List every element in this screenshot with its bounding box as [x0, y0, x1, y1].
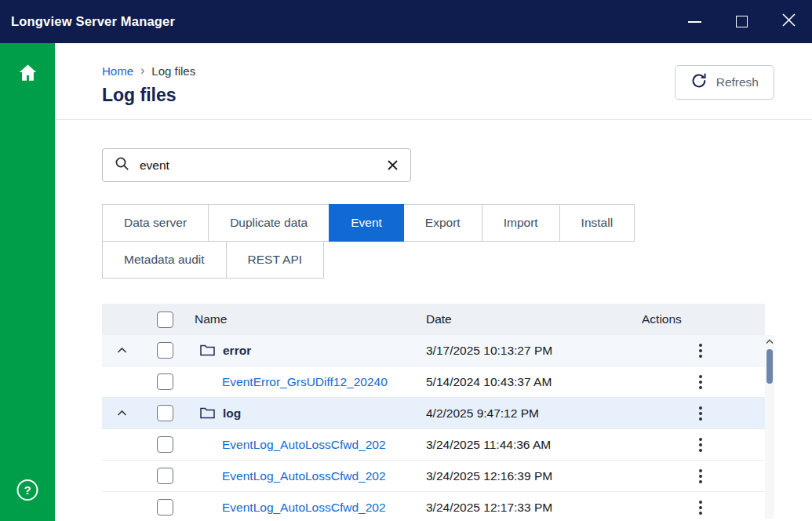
name-cell: EventLog_AutoLossCfwd_202	[188, 461, 420, 491]
table-row: EventLog_AutoLossCfwd_2023/24/2025 12:17…	[102, 492, 765, 521]
help-button[interactable]: ?	[17, 479, 38, 501]
search-input[interactable]	[140, 158, 377, 173]
tab-export[interactable]: Export	[403, 204, 482, 242]
chevron-up-icon[interactable]	[117, 410, 127, 417]
column-header-actions: Actions	[635, 304, 765, 335]
log-file-link[interactable]: EventLog_AutoLossCfwd_202	[188, 469, 386, 483]
folder-name: error	[223, 344, 251, 358]
date-cell: 3/17/2025 10:13:27 PM	[420, 335, 635, 366]
column-header-date: Date	[420, 304, 635, 335]
table-scrollbar[interactable]	[765, 335, 774, 519]
tab-import[interactable]: Import	[482, 204, 560, 242]
table-row: EventLog_AutoLossCfwd_2023/24/2025 12:16…	[102, 461, 765, 492]
tab-install[interactable]: Install	[559, 204, 635, 242]
expand-cell	[102, 492, 141, 521]
actions-cell	[635, 335, 765, 366]
breadcrumb-home-link[interactable]: Home	[102, 64, 133, 78]
log-type-tabs: Data serverDuplicate dataEventExportImpo…	[102, 204, 812, 279]
refresh-label: Refresh	[716, 75, 759, 89]
table-row: EventError_GrsUDiff12_202405/14/2024 10:…	[102, 366, 765, 398]
help-label: ?	[24, 483, 31, 497]
scroll-up-icon[interactable]	[766, 339, 774, 344]
maximize-button[interactable]	[718, 0, 765, 43]
expand-cell	[102, 335, 141, 366]
expand-cell	[102, 461, 141, 491]
home-icon	[17, 62, 38, 86]
expand-column-header	[102, 304, 141, 335]
breadcrumb-separator-icon: ›	[140, 64, 144, 78]
row-actions-menu-icon[interactable]	[696, 497, 705, 518]
refresh-icon	[690, 72, 708, 93]
breadcrumb-current: Log files	[151, 64, 195, 78]
sidebar: ?	[0, 43, 55, 521]
folder-name: log	[223, 406, 241, 421]
expand-cell	[102, 366, 141, 397]
window-title: Longview Server Manager	[11, 14, 175, 29]
tab-duplicate-data[interactable]: Duplicate data	[208, 204, 330, 242]
titlebar: Longview Server Manager	[0, 0, 812, 43]
actions-cell	[635, 398, 765, 428]
date-cell: 4/2/2025 9:47:12 PM	[420, 398, 635, 428]
date-cell: 3/24/2025 12:16:39 PM	[420, 461, 635, 491]
table-row: EventLog_AutoLossCfwd_2023/24/2025 11:44…	[102, 429, 765, 461]
close-button[interactable]	[765, 0, 812, 43]
name-cell: EventLog_AutoLossCfwd_202	[188, 492, 420, 521]
content: Home › Log files Log files Refresh	[55, 43, 812, 521]
actions-cell	[635, 492, 765, 521]
row-checkbox[interactable]	[157, 499, 173, 516]
sidebar-item-home[interactable]	[16, 62, 39, 86]
log-file-link[interactable]: EventLog_AutoLossCfwd_202	[188, 501, 386, 515]
checkbox-cell	[141, 429, 188, 460]
log-file-link[interactable]: EventError_GrsUDiff12_20240	[188, 375, 388, 389]
checkbox-cell	[141, 335, 188, 366]
row-actions-menu-icon[interactable]	[696, 403, 705, 424]
table-header-row: Name Date Actions	[102, 304, 765, 335]
actions-cell	[635, 366, 765, 397]
row-checkbox[interactable]	[157, 342, 173, 359]
page-title: Log files	[102, 85, 195, 106]
column-header-name: Name	[188, 304, 420, 335]
minimize-button[interactable]	[671, 0, 718, 43]
breadcrumb: Home › Log files	[102, 64, 195, 78]
date-cell: 3/24/2025 12:17:33 PM	[420, 492, 635, 521]
row-actions-menu-icon[interactable]	[696, 466, 705, 486]
clear-search-icon[interactable]	[387, 159, 399, 171]
checkbox-cell	[141, 461, 188, 491]
maximize-icon	[736, 16, 748, 27]
row-checkbox[interactable]	[157, 405, 173, 421]
row-checkbox[interactable]	[157, 436, 173, 453]
table-row: error3/17/2025 10:13:27 PM	[102, 335, 765, 366]
row-checkbox[interactable]	[157, 373, 173, 390]
row-actions-menu-icon[interactable]	[696, 372, 705, 392]
row-actions-menu-icon[interactable]	[696, 341, 705, 361]
row-actions-menu-icon[interactable]	[696, 435, 705, 455]
expand-cell	[102, 429, 141, 460]
expand-cell	[102, 398, 141, 428]
log-files-table: Name Date Actions error3/17/2025 10:13:2…	[102, 304, 812, 521]
log-file-link[interactable]: EventLog_AutoLossCfwd_202	[188, 438, 386, 452]
name-cell: error	[188, 335, 420, 366]
date-cell: 3/24/2025 11:44:36 AM	[420, 429, 635, 460]
refresh-button[interactable]: Refresh	[675, 65, 774, 100]
tab-row: Data serverDuplicate dataEventExportImpo…	[102, 204, 812, 242]
tab-metadata-audit[interactable]: Metadata audit	[102, 241, 227, 279]
search-box	[102, 148, 411, 182]
date-cell: 5/14/2024 10:43:37 AM	[420, 366, 635, 397]
select-all-checkbox[interactable]	[157, 312, 173, 328]
tab-rest-api[interactable]: REST API	[226, 241, 325, 279]
actions-cell	[635, 461, 765, 491]
window-controls	[671, 0, 812, 43]
main-area: Data serverDuplicate dataEventExportImpo…	[55, 120, 812, 521]
scrollbar-thumb[interactable]	[766, 349, 773, 384]
chevron-up-icon[interactable]	[117, 347, 127, 354]
table-body: error3/17/2025 10:13:27 PMEventError_Grs…	[102, 335, 765, 521]
checkbox-cell	[141, 398, 188, 428]
search-icon	[115, 156, 129, 174]
checkbox-cell	[141, 492, 188, 521]
row-checkbox[interactable]	[157, 468, 173, 484]
tab-data-server[interactable]: Data server	[102, 204, 209, 242]
minimize-icon	[688, 21, 701, 23]
tab-event[interactable]: Event	[329, 204, 404, 242]
page-header: Home › Log files Log files Refresh	[55, 43, 812, 120]
close-icon	[781, 12, 797, 31]
